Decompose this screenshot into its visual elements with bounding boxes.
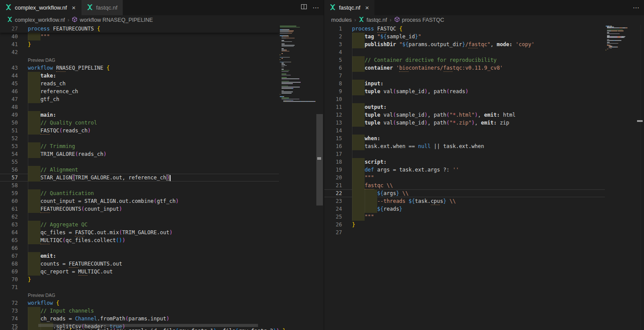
line-number: 3 [324, 40, 342, 48]
code-editor-right[interactable]: 1process FASTQC {2tag "${sample_id}"3pub… [324, 25, 644, 330]
line-number: 23 [324, 197, 342, 205]
code-line-40[interactable]: 40""" [0, 33, 279, 40]
code-line-42[interactable]: 42 [0, 48, 279, 56]
code-line-11[interactable]: 11output: [324, 103, 605, 111]
more-actions-icon[interactable]: ⋯ [633, 4, 640, 12]
code-line-60[interactable]: 60count_input = STAR_ALIGN.out.combine(g… [0, 197, 279, 205]
code-line-26[interactable]: 26} [324, 221, 605, 229]
code-line-3[interactable]: 3publishDir "${params.output_dir}/fastqc… [324, 40, 605, 48]
code-line-55[interactable]: 55 [0, 158, 279, 166]
code-line-58[interactable]: 58 [0, 182, 279, 189]
tab-label: fastqc.nf [96, 4, 117, 11]
minimap[interactable] [605, 25, 633, 330]
code-line-43[interactable]: 43workflow RNASEQ_PIPELINE { [0, 64, 279, 72]
code-line-20[interactable]: 20""" [324, 174, 605, 182]
code-line-19[interactable]: 19def args = task.ext.args ?: '' [324, 166, 605, 174]
line-number: 48 [0, 103, 18, 111]
code-line-7[interactable]: 7 [324, 72, 605, 80]
horizontal-scrollbar[interactable] [38, 324, 258, 327]
breadcrumb-file[interactable]: complex_workflow.nf [7, 17, 65, 24]
tab-fastqc-left[interactable]: fastqc.nf [81, 0, 123, 15]
code-line-51[interactable]: 51FASTQC(reads_ch) [0, 127, 279, 135]
code-line-64[interactable]: 64qc_files = FASTQC.out.mix(TRIM_GALORE.… [0, 229, 279, 236]
code-line-21[interactable]: 21fastqc \\ [324, 182, 605, 189]
sticky-scroll-line[interactable]: 27process FEATURECOUNTS { [0, 25, 279, 33]
code-line-2[interactable]: 2tag "${sample_id}" [324, 33, 605, 40]
code-line-70[interactable]: 70} [0, 276, 279, 283]
breadcrumb-folder[interactable]: modules [331, 17, 352, 23]
code-line-47[interactable]: 47gtf_ch [0, 95, 279, 103]
code-line-57[interactable]: 57STAR_ALIGN(TRIM_GALORE.out, reference_… [0, 174, 279, 182]
scrollbar-notch [317, 157, 321, 160]
code-line-45[interactable]: 45reads_ch [0, 80, 279, 88]
close-icon[interactable]: × [365, 4, 369, 11]
codelens-label[interactable]: Preview DAG [28, 57, 55, 63]
code-line-63[interactable]: 63// Aggregate QC [0, 221, 279, 229]
code-line-12[interactable]: 12tuple val(sample_id), path("*.html"), … [324, 111, 605, 119]
close-icon[interactable]: × [72, 4, 76, 11]
code-line-59[interactable]: 59// Quantification [0, 189, 279, 197]
code-line-76[interactable]: 76.map { row -> tuple(row.sample_id, fil… [0, 327, 287, 330]
code-line-22[interactable]: 22${args} \\ [324, 189, 605, 197]
tab-complex-workflow[interactable]: complex_workflow.nf × [0, 0, 81, 15]
code-line-66[interactable]: 66 [0, 244, 279, 252]
breadcrumb-symbol[interactable]: workflow RNASEQ_PIPELINE [72, 17, 153, 24]
code-line-15[interactable]: 15when: [324, 135, 605, 142]
code-line-17[interactable]: 17 [324, 150, 605, 158]
code-line-24[interactable]: 24${reads} [324, 205, 605, 213]
tab-fastqc-right[interactable]: fastqc.nf × [324, 0, 375, 15]
codelens-label[interactable]: Preview DAG [28, 293, 55, 298]
code-line-56[interactable]: 56// Alignment [0, 166, 279, 174]
code-line-72[interactable]: 72workflow { [0, 299, 279, 307]
breadcrumb-file[interactable]: fastqc.nf [359, 17, 387, 24]
code-line-74[interactable]: 74ch_reads = Channel.fromPath(params.inp… [0, 315, 279, 323]
line-number: 59 [0, 189, 18, 197]
line-number: 63 [0, 221, 18, 229]
tabbar-right: fastqc.nf × ⋯ [324, 0, 644, 15]
code-line-25[interactable]: 25""" [324, 213, 605, 221]
code-line-65[interactable]: 65MULTIQC(qc_files.collect()) [0, 236, 279, 244]
code-line-6[interactable]: 6container 'biocontainers/fastqc:v0.11.9… [324, 64, 605, 72]
line-number: 12 [324, 111, 342, 119]
code-line-4[interactable]: 4 [324, 48, 605, 56]
code-line-5[interactable]: 5// Container directive for reproducibil… [324, 56, 605, 64]
code-line-54[interactable]: 54TRIM_GALORE(reads_ch) [0, 150, 279, 158]
code-line-44[interactable]: 44take: [0, 72, 279, 80]
code-line-49[interactable]: 49main: [0, 111, 279, 119]
code-line-27[interactable]: 27 [324, 229, 605, 236]
code-line-27[interactable]: 27process FEATURECOUNTS { [0, 25, 279, 33]
text-cursor [170, 175, 171, 181]
code-line-18[interactable]: 18script: [324, 158, 605, 166]
code-line-9[interactable]: 9tuple val(sample_id), path(reads) [324, 88, 605, 95]
code-line-71[interactable]: 71 [0, 283, 279, 291]
split-editor-icon[interactable] [301, 3, 307, 12]
code-line-46[interactable]: 46reference_ch [0, 88, 279, 95]
code-line-1[interactable]: 1process FASTQC { [324, 25, 605, 33]
line-number: 20 [324, 174, 342, 182]
code-line-10[interactable]: 10 [324, 95, 605, 103]
code-line-13[interactable]: 13tuple val(sample_id), path("*.zip"), e… [324, 119, 605, 127]
code-line-48[interactable]: 48 [0, 103, 279, 111]
code-line-16[interactable]: 16task.ext.when == null || task.ext.when [324, 142, 605, 150]
code-line-23[interactable]: 23--threads ${task.cpus} \\ [324, 197, 605, 205]
code-line-14[interactable]: 14 [324, 127, 605, 135]
code-editor-left[interactable]: 27process FEATURECOUNTS { 40"""41}42Prev… [0, 25, 324, 330]
code-line-73[interactable]: 73// Input channels [0, 307, 279, 315]
code-line-67[interactable]: 67emit: [0, 252, 279, 260]
code-line-52[interactable]: 52 [0, 135, 279, 142]
line-number: 8 [324, 80, 342, 88]
vertical-scrollbar[interactable] [316, 114, 323, 205]
code-line-41[interactable]: 41} [0, 40, 279, 48]
more-actions-icon[interactable]: ⋯ [312, 4, 319, 12]
minimap[interactable] [279, 25, 316, 330]
breadcrumb-symbol[interactable]: process FASTQC [394, 17, 444, 24]
code-line-8[interactable]: 8input: [324, 80, 605, 88]
code-line-53[interactable]: 53// Trimming [0, 142, 279, 150]
code-line-62[interactable]: 62 [0, 213, 279, 221]
code-line-partial[interactable]: 76.map { row -> tuple(row.sample_id, fil… [0, 327, 287, 330]
line-number: 72 [0, 299, 18, 307]
code-line-61[interactable]: 61FEATURECOUNTS(count_input) [0, 205, 279, 213]
code-line-68[interactable]: 68counts = FEATURECOUNTS.out [0, 260, 279, 268]
code-line-50[interactable]: 50// Quality control [0, 119, 279, 127]
code-line-69[interactable]: 69qc_report = MULTIQC.out [0, 268, 279, 276]
